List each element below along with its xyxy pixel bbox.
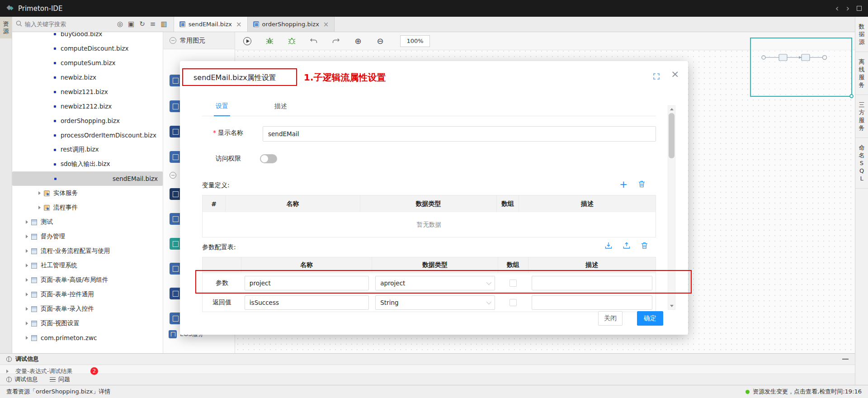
search-input[interactable] [25,21,106,28]
tree-item-package[interactable]: 测试 [12,215,163,229]
rail-item-datasource[interactable]: 数据源 [855,17,868,52]
array-checkbox[interactable] [509,299,517,306]
zoom-out-icon[interactable]: ⊖ [375,36,385,46]
tab-settings[interactable]: 设置 [216,102,228,116]
scroll-down-icon[interactable] [668,303,675,309]
bottom-tab-label: 调试信息 [14,375,38,384]
copy-view-icon[interactable]: ▥ [160,21,167,28]
add-variable-icon[interactable]: + [619,180,627,190]
back-icon[interactable]: ‹ [835,4,839,13]
palette-header[interactable]: 常用图元 [163,32,235,49]
dialog-scrollbar[interactable] [668,105,675,310]
scrollbar-thumb[interactable] [669,113,675,158]
tree-item-file[interactable]: buyGood.bizx [12,32,163,41]
rail-item-thirdparty-service[interactable]: 三方服务 [855,95,868,138]
collapse-section-icon[interactable] [170,37,176,44]
array-checkbox[interactable] [509,280,517,287]
access-toggle[interactable] [260,154,277,163]
redo-icon[interactable] [331,36,341,46]
import-params-icon[interactable] [605,242,612,251]
locate-icon[interactable]: ◎ [117,21,123,28]
statusbar-right-text[interactable]: 资源发生变更，点击查看,检查时间:19:16 [753,388,862,396]
zoom-in-icon[interactable]: ⊕ [353,36,363,46]
editor-tab-ordershopping[interactable]: orderShopping.bizx × [248,17,335,32]
undo-icon[interactable] [309,36,319,46]
tree-item-package[interactable]: 社工管理系统 [12,258,163,273]
export-params-icon[interactable] [623,242,630,251]
tree-item-file[interactable]: newbiz121.bizx [12,85,163,99]
tree-item-file[interactable]: orderShopping.bizx [12,114,163,128]
tree-item-package[interactable]: 页面-表单-高级/布局组件 [12,273,163,287]
flow-overview-preview[interactable] [750,38,852,97]
tree-item-label: newbiz.bizx [61,74,96,81]
statusbar-left-text[interactable]: 查看资源「orderShopping.bizx」详情 [6,388,110,396]
param-row: 返回值 String [203,293,656,312]
tree-item-file[interactable]: rest调用.bizx [12,142,163,157]
left-activity-rail: 资源 [0,17,12,353]
chevron-right-icon[interactable] [6,370,9,373]
refresh-icon[interactable]: ↻ [139,21,145,28]
debug-icon[interactable] [264,36,274,46]
rail-item-named-sql[interactable]: 命名SQL [855,138,868,189]
package-view-icon[interactable]: ▣ [128,21,134,28]
eos-service-icon [169,330,177,338]
param-datatype-select[interactable]: aproject [375,276,495,290]
param-desc-input[interactable] [532,295,652,310]
close-button[interactable]: 关闭 [598,311,623,326]
column-header: 描述 [528,257,656,273]
param-datatype-select[interactable]: String [375,295,495,310]
access-label: 访问权限 [216,155,241,163]
rail-item-label: 命名SQL [859,144,865,182]
debug-subrow: 变量-表达式-调试结果 [0,365,855,374]
problems-badge: 2 [90,367,98,375]
tree-item-file[interactable]: newbiz1212.bizx [12,99,163,114]
fullscreen-icon[interactable] [653,73,660,81]
debug-panel-header[interactable]: 调试信息 [0,354,855,365]
run-debug-icon[interactable] [242,36,252,46]
param-desc-input[interactable] [532,276,652,290]
tree-item-file[interactable]: newbiz.bizx [12,70,163,85]
zoom-level[interactable]: 100% [400,35,430,47]
tab-debug-info[interactable]: 调试信息 [6,375,38,384]
delete-param-icon[interactable] [641,242,648,251]
tree-item-file[interactable]: processOrderItemDiscount.bizx [12,128,163,142]
rail-item-offline-service[interactable]: 离线服务 [855,52,868,95]
close-tab-icon[interactable]: × [323,20,329,28]
scroll-up-icon[interactable] [668,106,675,113]
tree-item-file[interactable]: computeDiscount.bizx [12,41,163,56]
forward-icon[interactable]: › [846,4,849,13]
file-bullet-icon [54,163,56,166]
editor-tab-sendemail[interactable]: sendEMail.bizx × [174,17,248,32]
tree-item-package[interactable]: 页面-表单-控件通用 [12,287,163,302]
dialog-close-icon[interactable]: × [671,69,679,79]
close-tab-icon[interactable]: × [236,20,242,28]
collapse-section-icon[interactable] [170,172,176,179]
tree-item-package[interactable]: 督办管理 [12,229,163,244]
param-name-input[interactable] [245,276,369,290]
resources-rail-tab[interactable]: 资源 [0,17,12,38]
tree-item-file-selected[interactable]: sendEMail.bizx [12,171,163,186]
window-layout-icon[interactable] [857,6,862,11]
display-name-input[interactable] [263,126,656,142]
collapse-panel-icon[interactable] [842,359,849,360]
preview-handle-icon[interactable] [849,94,854,98]
tab-description[interactable]: 描述 [274,102,287,116]
delete-variable-icon[interactable] [638,180,645,189]
editor-tab-label: sendEMail.bizx [189,21,232,28]
tree-item-package[interactable]: com.primeton.zwc [12,331,163,345]
tree-item-package[interactable]: 页面-视图设置 [12,316,163,331]
ok-button[interactable]: 确定 [637,311,663,326]
package-icon [31,234,37,240]
sort-icon[interactable]: ≡ [150,21,156,28]
step-debug-icon[interactable] [287,36,297,46]
tree-item-folder[interactable]: 流程事件 [12,200,163,215]
tree-item-label: sendEMail.bizx [113,175,158,182]
tree-item-file[interactable]: computeSum.bizx [12,56,163,70]
tree-item-package[interactable]: 流程-业务流程配置与使用 [12,244,163,258]
param-name-input[interactable] [245,295,369,310]
tree-item-folder[interactable]: 实体服务 [12,186,163,200]
tab-problems[interactable]: 问题 [50,375,70,384]
tree-item-file[interactable]: sdo输入输出.bizx [12,157,163,171]
tree-item-package[interactable]: 页面-表单-录入控件 [12,302,163,316]
chevron-right-icon [26,336,28,340]
